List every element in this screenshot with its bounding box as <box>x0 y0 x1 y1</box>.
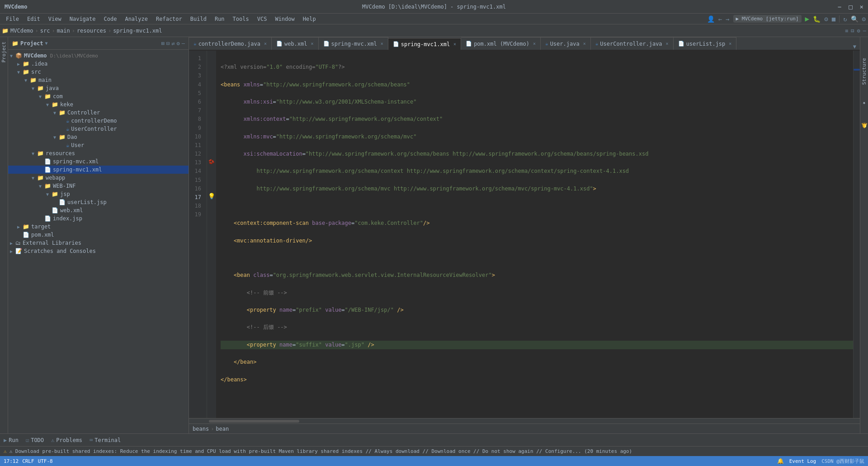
run-tab[interactable]: ▶ Run <box>4 437 19 443</box>
minimize-sidebar-btn[interactable]: — <box>182 40 185 47</box>
separator1 <box>839 15 840 23</box>
breadcrumb-src[interactable]: src <box>40 28 50 34</box>
sidebar-dropdown[interactable]: ▼ <box>45 41 48 46</box>
problems-tab[interactable]: ⚠ Problems <box>51 437 82 443</box>
bc-sep1: › <box>35 28 38 34</box>
tab-spring-mvc[interactable]: 📄 spring-mvc.xml × <box>319 37 388 50</box>
tree-item-jsp[interactable]: ▼ 📁 jsp <box>8 190 189 198</box>
settings-btn[interactable]: ⚙ <box>862 15 866 23</box>
menu-view[interactable]: View <box>45 15 65 23</box>
tree-item-spring-mvc1[interactable]: ▶ 📄 spring-mvc1.xml <box>8 166 189 174</box>
tree-item-extlibs[interactable]: ▶ 🗂 External Libraries <box>8 239 189 247</box>
tree-item-webinf[interactable]: ▼ 📁 WEB-INF <box>8 182 189 190</box>
close-btn[interactable]: × <box>860 3 863 10</box>
tree-item-userlist[interactable]: ▶ 📄 userList.jsp <box>8 198 189 206</box>
menu-refactor[interactable]: Refactor <box>152 15 186 23</box>
tab-overflow-btn[interactable]: ▼ <box>853 43 856 50</box>
forward-btn[interactable]: → <box>726 15 729 23</box>
menu-navigate[interactable]: Navigate <box>66 15 99 23</box>
menu-run[interactable]: Run <box>211 15 228 23</box>
update-btn[interactable]: ↻ <box>843 15 847 23</box>
menu-build[interactable]: Build <box>187 15 210 23</box>
tab-web-xml[interactable]: 📄 web.xml × <box>272 37 319 50</box>
bc-bean[interactable]: bean <box>216 426 229 432</box>
expand-all-btn[interactable]: ⊞ <box>161 40 165 47</box>
menu-help[interactable]: Help <box>299 15 320 23</box>
tree-item-resources[interactable]: ▼ 📁 resources <box>8 149 189 157</box>
tree-item-controller[interactable]: ▼ 📁 Controller <box>8 109 189 117</box>
tree-item-controllerdemo[interactable]: ▶ ☕ controllerDemo <box>8 117 189 125</box>
stop-btn[interactable]: ■ <box>832 15 835 23</box>
tab-pom[interactable]: 📄 pom.xml (MVCdemo) × <box>461 37 541 50</box>
tab-user-java[interactable]: ☕ User.java × <box>541 37 591 50</box>
search-btn[interactable]: 🔍 <box>851 15 859 23</box>
minimize-btn[interactable]: − <box>838 3 841 10</box>
code-content[interactable]: <?xml version="1.0" encoding="UTF-8"?> <… <box>216 51 853 418</box>
nav-action3[interactable]: ⚙ <box>857 28 860 34</box>
run-coverage-btn[interactable]: ⚙ <box>824 15 828 23</box>
tree-item-java[interactable]: ▼ 📁 java <box>8 84 189 92</box>
tree-item-webapp[interactable]: ▼ 📁 webapp <box>8 174 189 182</box>
tree-item-pom[interactable]: ▶ 📄 pom.xml <box>8 231 189 239</box>
nav-action2[interactable]: ⊟ <box>851 28 854 34</box>
tab-spring-mvc1[interactable]: 📄 spring-mvc1.xml × <box>388 38 461 51</box>
debug-button[interactable]: 🐛 <box>813 15 821 23</box>
menu-analyze[interactable]: Analyze <box>121 15 151 23</box>
breadcrumb-mvcdemo[interactable]: MVCdemo <box>10 28 33 34</box>
back-btn[interactable]: ← <box>718 15 722 23</box>
notifications-icon[interactable]: 🔔 <box>860 120 868 132</box>
notification-text: ⚠ Download pre-built shared indexes: Red… <box>9 448 864 454</box>
bc-beans[interactable]: beans <box>193 426 209 432</box>
gutter-bean-icon[interactable]: 🫘 <box>208 159 215 165</box>
tree-item-index-jsp[interactable]: ▶ 📄 index.jsp <box>8 214 189 223</box>
run-button[interactable]: ▶ <box>805 14 810 23</box>
collapse-all-btn[interactable]: ⊟ <box>166 40 170 47</box>
menu-file[interactable]: File <box>2 15 23 23</box>
profile-icon[interactable]: 👤 <box>707 15 715 23</box>
tree-item-target[interactable]: ▶ 📁 target <box>8 223 189 231</box>
todo-tab[interactable]: ☑ TODO <box>26 437 44 443</box>
maximize-btn[interactable]: □ <box>849 3 852 10</box>
tab-controllerdemo[interactable]: ☕ controllerDemo.java × <box>189 37 272 50</box>
tree-item-com[interactable]: ▼ 📁 com <box>8 92 189 100</box>
nav-action1[interactable]: ≡ <box>845 28 848 34</box>
tree-item-dao[interactable]: ▼ 📁 Dao <box>8 133 189 141</box>
menu-code[interactable]: Code <box>100 15 121 23</box>
scroll-from-source-btn[interactable]: ⇄ <box>171 40 175 47</box>
bc-sep2: › <box>52 28 55 34</box>
menu-vcs[interactable]: VCS <box>254 15 271 23</box>
breadcrumb-resources[interactable]: resources <box>77 28 106 34</box>
breadcrumb-main[interactable]: main <box>57 28 70 34</box>
horizontal-scrollbar[interactable] <box>189 418 860 423</box>
line-separator[interactable]: CRLF <box>22 458 34 464</box>
menu-window[interactable]: Window <box>271 15 298 23</box>
tree-item-spring-mvc[interactable]: ▶ 📄 spring-mvc.xml <box>8 157 189 166</box>
menu-edit[interactable]: Edit <box>24 15 44 23</box>
tree-item-keke[interactable]: ▼ 📁 keke <box>8 100 189 109</box>
charset[interactable]: UTF-8 <box>38 458 53 464</box>
tree-item-src[interactable]: ▼ 📁 src <box>8 68 189 76</box>
tree-item-idea[interactable]: ▶ 📁 .idea <box>8 60 189 68</box>
event-log[interactable]: Event Log <box>789 458 816 464</box>
menu-tools[interactable]: Tools <box>229 15 253 23</box>
breadcrumb-file[interactable]: spring-mvc1.xml <box>113 28 162 34</box>
tree-item-scratches[interactable]: ▶ 📝 Scratches and Consoles <box>8 247 189 255</box>
project-tab-label[interactable]: Project <box>1 42 7 62</box>
tree-item-main[interactable]: ▼ 📁 main <box>8 76 189 84</box>
nav-action4[interactable]: — <box>863 28 866 34</box>
notification-bar: ⚠ ⚠ Download pre-built shared indexes: R… <box>0 446 868 456</box>
tree-item-mvcdemo[interactable]: ▼ 📦 MVCdemo D:\ideal\MVCdemo <box>8 52 189 60</box>
tree-item-usercontroller[interactable]: ▶ ☕ UserController <box>8 125 189 133</box>
terminal-label: Terminal <box>94 437 121 443</box>
tab-userlist-jsp[interactable]: 📄 userList.jsp × <box>674 37 737 50</box>
structure-tab[interactable]: Structure <box>860 55 868 88</box>
tree-item-user[interactable]: ▶ ☕ User <box>8 141 189 149</box>
terminal-tab[interactable]: ⌨ Terminal <box>90 437 121 443</box>
hint-bulb-icon[interactable]: 💡 <box>208 193 215 200</box>
mvcdemo-run-config[interactable]: ▶ MVCdemo [jetty:run] <box>733 15 802 23</box>
favorites-icon[interactable]: ★ <box>860 98 868 109</box>
app-name: MVCdemo <box>5 4 28 10</box>
gear-icon[interactable]: ⚙ <box>177 40 180 47</box>
tab-usercontroller[interactable]: ☕ UserController.java × <box>591 37 674 50</box>
tree-item-web-xml[interactable]: ▶ 📄 web.xml <box>8 206 189 214</box>
